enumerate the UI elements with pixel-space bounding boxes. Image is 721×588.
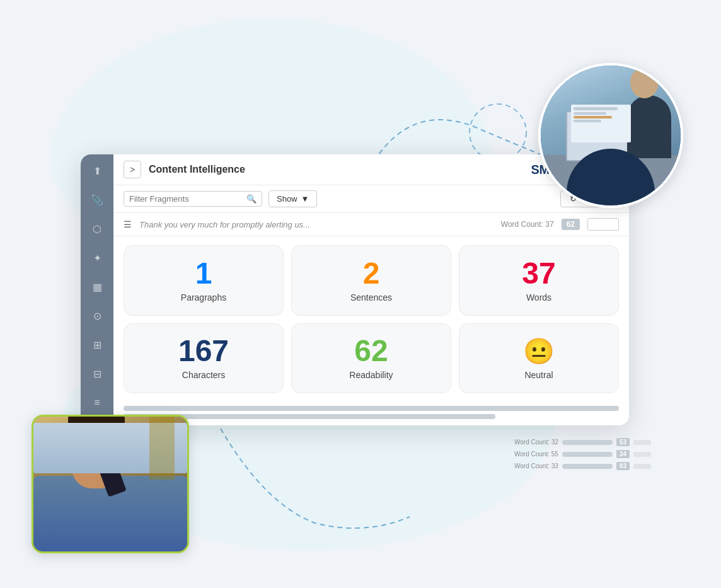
extra-row-2-bar (562, 452, 613, 457)
extra-row-2: Word Count: 55 34 (514, 450, 651, 458)
word-count-label: Word Count: 37 (501, 220, 554, 229)
stat-label-characters: Characters (182, 370, 225, 380)
sidebar: ⬆ 📎 ⬡ ✦ ▦ ⊙ ⊞ ⊟ ≡ (81, 154, 113, 425)
sidebar-icon-list[interactable]: ≡ (88, 394, 106, 412)
stat-card-sentences: 2 Sentences (291, 245, 451, 316)
filter-input[interactable] (129, 194, 246, 204)
fragment-row: ☰ Thank you very much for promptly alert… (113, 213, 629, 236)
sidebar-icon-globe[interactable]: ⊙ (88, 307, 106, 325)
stat-number-readability: 62 (354, 336, 388, 366)
extra-row-3-badge: 83 (616, 462, 630, 470)
person-image-top-right (538, 63, 683, 208)
stat-label-words: Words (526, 292, 551, 303)
stat-number-paragraphs: 1 (195, 258, 212, 289)
stats-grid: 1 Paragraphs 2 Sentences 37 Words 167 Ch… (113, 236, 629, 402)
expand-button[interactable]: > (124, 161, 141, 178)
extra-row-1-label: Word Count: 32 (514, 439, 558, 446)
filter-input-wrap[interactable]: 🔍 (124, 191, 262, 207)
person-image-bottom-left (32, 415, 189, 553)
extra-rows-panel: Word Count: 32 53 Word Count: 55 34 Word… (514, 438, 651, 470)
extra-row-2-label: Word Count: 55 (514, 451, 558, 458)
stat-card-characters: 167 Characters (124, 323, 284, 394)
sidebar-icon-layers[interactable]: ⬡ (88, 220, 106, 238)
sidebar-icon-export[interactable]: ⬆ (88, 162, 106, 180)
stat-card-words: 37 Words (459, 245, 619, 316)
search-icon: 🔍 (246, 194, 257, 204)
stat-number-sentences: 2 (363, 258, 380, 289)
sidebar-icon-block[interactable]: ▦ (88, 278, 106, 296)
word-count-input[interactable] (587, 218, 619, 231)
sidebar-icon-grid[interactable]: ⊟ (88, 365, 106, 383)
neutral-emoji-icon: 😐 (523, 337, 555, 366)
fragment-list-icon: ☰ (124, 219, 132, 229)
show-label: Show (277, 194, 297, 204)
person-bl-background (33, 417, 187, 551)
extra-row-3-label: Word Count: 33 (514, 463, 558, 470)
extra-row-1-bar (562, 440, 613, 445)
stat-card-paragraphs: 1 Paragraphs (124, 245, 284, 316)
sidebar-icon-puzzle[interactable]: ✦ (88, 249, 106, 267)
page-title: Content Intelligence (149, 164, 524, 175)
stat-label-sentences: Sentences (350, 292, 392, 303)
stat-card-readability: 62 Readability (291, 323, 451, 394)
extra-row-1: Word Count: 32 53 (514, 438, 651, 446)
bottom-bar-1 (124, 406, 619, 411)
extra-row-3-bar (562, 464, 613, 469)
sidebar-icon-binoculars[interactable]: ⊞ (88, 336, 106, 354)
word-count-badge: 62 (562, 219, 580, 230)
fragment-text: Thank you very much for promptly alertin… (139, 220, 493, 229)
stat-number-characters: 167 (178, 336, 229, 366)
person-tr-background (541, 66, 681, 205)
sidebar-icon-paperclip[interactable]: 📎 (88, 191, 106, 209)
show-button[interactable]: Show ▼ (268, 190, 317, 207)
show-chevron-icon: ▼ (301, 194, 309, 204)
bottom-bars (113, 402, 629, 425)
stat-label-neutral: Neutral (524, 370, 553, 380)
extra-row-2-badge: 34 (616, 450, 630, 458)
stat-label-paragraphs: Paragraphs (181, 292, 226, 303)
stat-label-readability: Readability (349, 370, 393, 380)
stat-card-neutral: 😐 Neutral (459, 323, 619, 394)
extra-row-3: Word Count: 33 83 (514, 462, 651, 470)
stat-number-words: 37 (522, 258, 555, 289)
extra-row-1-badge: 53 (616, 438, 630, 446)
